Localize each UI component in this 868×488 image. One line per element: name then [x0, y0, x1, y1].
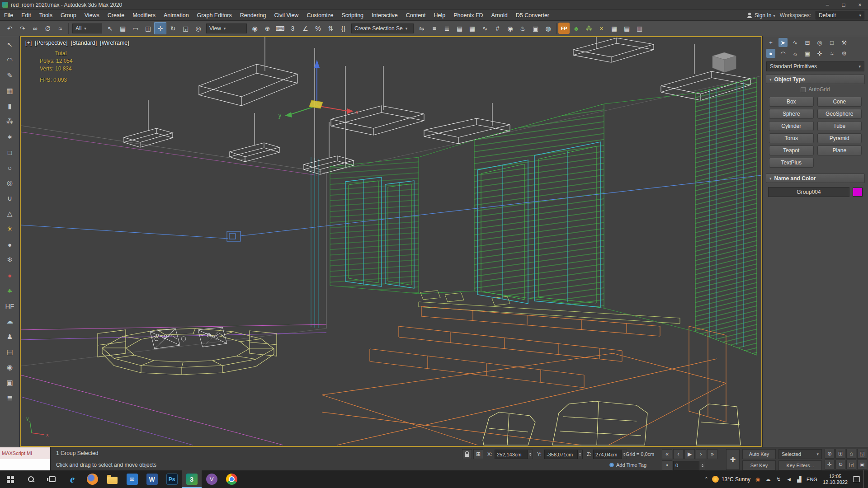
- effects-button[interactable]: ⁂: [583, 22, 595, 34]
- taskbar-word[interactable]: W: [142, 470, 162, 488]
- subtab-systems[interactable]: ⚙: [840, 49, 849, 58]
- grid-table-button-2[interactable]: ▤: [621, 22, 633, 34]
- side-torus-tool[interactable]: ◎: [3, 176, 17, 190]
- angle-snap-button[interactable]: ∠: [299, 22, 311, 34]
- taskbar-photoshop[interactable]: Ps: [162, 470, 182, 488]
- title-bar[interactable]: red_room 2020.max - Autodesk 3ds Max 202…: [0, 0, 868, 10]
- menu-tools[interactable]: Tools: [35, 10, 57, 20]
- key-mode-toggle[interactable]: •: [662, 460, 672, 470]
- zoom-all-button[interactable]: ⊞: [835, 449, 845, 459]
- menu-rendering[interactable]: Rendering: [236, 10, 270, 20]
- taskbar-edge[interactable]: e: [62, 470, 82, 488]
- hidden-icons-chevron[interactable]: ⌃: [704, 476, 708, 482]
- taskbar-file-explorer[interactable]: [102, 470, 122, 488]
- maximize-button[interactable]: □: [835, 0, 852, 9]
- primitive-pyramid-button[interactable]: Pyramid: [817, 133, 862, 143]
- menu-content[interactable]: Content: [402, 10, 430, 20]
- primitive-tube-button[interactable]: Tube: [817, 121, 862, 131]
- side-camera-tool[interactable]: ◉: [3, 361, 17, 374]
- layer-explorer-button[interactable]: ▤: [453, 22, 466, 34]
- curve-editor-button[interactable]: ∿: [479, 22, 491, 34]
- go-to-start-button[interactable]: «: [662, 449, 672, 459]
- previous-frame-button[interactable]: ‹: [673, 449, 684, 459]
- window-crossing-button[interactable]: ◫: [142, 22, 154, 34]
- side-cone-tool[interactable]: △: [3, 207, 17, 221]
- menu-edit[interactable]: Edit: [17, 10, 35, 20]
- x-spinner[interactable]: [528, 450, 533, 459]
- auto-key-button[interactable]: Auto Key: [742, 449, 776, 459]
- viewport-pov-menu[interactable]: [Perspective]: [35, 40, 67, 46]
- unlink-selection-button[interactable]: ∅: [42, 22, 54, 34]
- menu-graph-editors[interactable]: Graph Editors: [193, 10, 236, 20]
- show-desktop-button[interactable]: [863, 470, 866, 488]
- menu-interactive[interactable]: Interactive: [368, 10, 402, 20]
- use-pivot-center-button[interactable]: ◉: [249, 22, 261, 34]
- sign-in-button[interactable]: Sign In: [747, 12, 775, 19]
- minimize-button[interactable]: –: [819, 0, 835, 9]
- redo-button[interactable]: ↷: [16, 22, 28, 34]
- side-box-tool[interactable]: □: [3, 145, 17, 159]
- side-paint-tool[interactable]: ✎: [3, 69, 17, 82]
- macro-recorder-field[interactable]: MAXScript Mi: [0, 447, 50, 459]
- menu-file[interactable]: File: [0, 10, 17, 20]
- wireframe-scene[interactable]: x y x y: [21, 37, 761, 446]
- menu-modifiers[interactable]: Modifiers: [128, 10, 160, 20]
- primitive-sphere-button[interactable]: Sphere: [769, 109, 814, 119]
- weather-widget[interactable]: 13°C Sunny: [712, 476, 750, 483]
- tray-network-icon[interactable]: ▟: [796, 476, 803, 483]
- select-and-move-button[interactable]: ✛: [154, 22, 166, 34]
- panel-menu-plus-icon[interactable]: +: [766, 38, 775, 47]
- maxscript-listener-field[interactable]: [0, 459, 50, 471]
- material-editor-button[interactable]: ◉: [504, 22, 516, 34]
- frame-spinner[interactable]: [700, 461, 705, 470]
- undo-button[interactable]: ↶: [4, 22, 16, 34]
- side-cloud-tool[interactable]: ☁: [3, 314, 17, 328]
- menu-views[interactable]: Views: [80, 10, 104, 20]
- task-view-button[interactable]: [42, 470, 62, 488]
- side-select-tool[interactable]: ↖: [3, 38, 17, 52]
- maxscript-mini-listener[interactable]: MAXScript Mi: [0, 447, 51, 471]
- tab-utilities[interactable]: ⚒: [840, 38, 849, 47]
- subtab-shapes[interactable]: ◠: [778, 49, 788, 58]
- key-filter-dropdown[interactable]: Selected: [778, 449, 822, 459]
- menu-d5-converter[interactable]: D5 Converter: [512, 10, 553, 20]
- viewport-general-menu[interactable]: [+]: [25, 40, 32, 46]
- set-key-button[interactable]: Set Key: [742, 460, 776, 470]
- reference-coordinate-dropdown[interactable]: View: [206, 23, 247, 33]
- viewport-render-style-menu[interactable]: [Standard]: [71, 40, 97, 46]
- notification-center-icon[interactable]: [853, 476, 860, 482]
- side-spray-tool[interactable]: ⁂: [3, 115, 17, 128]
- primitive-teapot-button[interactable]: Teapot: [769, 145, 814, 155]
- menu-scripting[interactable]: Scripting: [337, 10, 368, 20]
- subtab-helpers[interactable]: ✜: [815, 49, 824, 58]
- side-hf-tool[interactable]: HF: [3, 299, 17, 313]
- primitive-torus-button[interactable]: Torus: [769, 133, 814, 143]
- subtab-lights[interactable]: ☼: [791, 49, 800, 58]
- y-coord-field[interactable]: [544, 450, 578, 459]
- side-grid-tool[interactable]: ▦: [3, 84, 17, 98]
- phoenix-fp-button[interactable]: FP: [558, 23, 570, 34]
- side-solidbox-tool[interactable]: ▣: [3, 376, 17, 389]
- clock[interactable]: 12:05 12.10.2022: [821, 474, 849, 485]
- zoom-button[interactable]: ⊕: [825, 449, 835, 459]
- mirror-button[interactable]: ⇋: [415, 22, 428, 34]
- primitive-geosphere-button[interactable]: GeoSphere: [817, 109, 862, 119]
- subtab-cameras[interactable]: ▣: [803, 49, 812, 58]
- tray-bluetooth-icon[interactable]: ↯: [775, 476, 782, 483]
- set-keys-button[interactable]: ✚: [726, 449, 740, 470]
- primitive-plane-button[interactable]: Plane: [817, 145, 862, 155]
- rectangular-selection-button[interactable]: ▭: [129, 22, 142, 34]
- scene-explorer-button[interactable]: ≣: [441, 22, 453, 34]
- grid-table-button-3[interactable]: ▥: [633, 22, 646, 34]
- taskbar-search-button[interactable]: [21, 470, 42, 488]
- primitive-cone-button[interactable]: Cone: [817, 97, 862, 107]
- side-cylinder-tool[interactable]: ▮: [3, 99, 17, 113]
- subtab-space-warps[interactable]: ≈: [827, 49, 836, 58]
- maximize-viewport-button[interactable]: ▣: [857, 460, 867, 469]
- close-button[interactable]: ×: [852, 0, 868, 9]
- menu-animation[interactable]: Animation: [160, 10, 193, 20]
- forest-pack-button[interactable]: ♣: [570, 22, 582, 34]
- named-selection-sets-button[interactable]: {}: [337, 22, 349, 34]
- side-panel-tool[interactable]: ▤: [3, 345, 17, 359]
- side-cup-tool[interactable]: ∪: [3, 192, 17, 205]
